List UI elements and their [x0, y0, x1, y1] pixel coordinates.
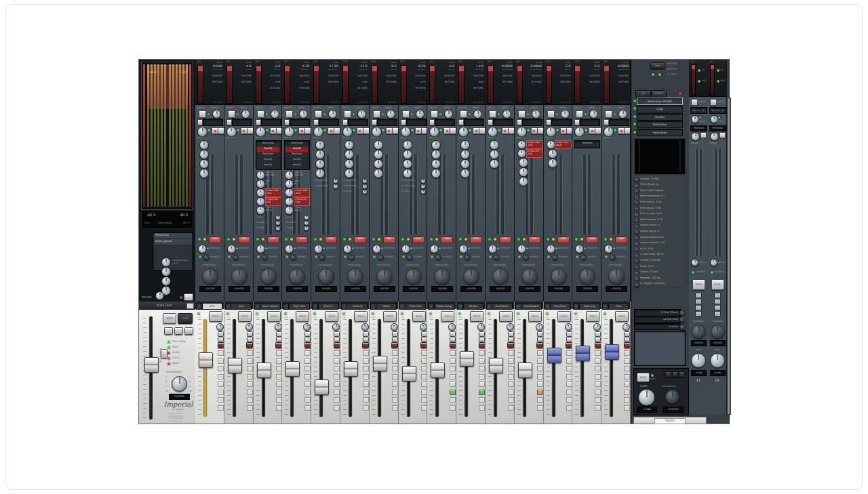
insert-knob[interactable]	[256, 127, 266, 137]
fx-bypass-button[interactable]	[701, 132, 707, 138]
insert-knob[interactable]	[429, 127, 439, 137]
send-destination[interactable]: RETURN	[561, 81, 571, 84]
name-display[interactable]	[435, 119, 455, 126]
send-destination[interactable]: MASTER	[589, 75, 599, 78]
master-param-knob[interactable]	[161, 276, 171, 286]
track-name[interactable]: Kick	[231, 303, 252, 310]
master-fader-cap[interactable]	[144, 357, 159, 373]
fx-open-button[interactable]	[508, 127, 515, 134]
solo-button[interactable]: SOLO	[711, 279, 724, 290]
input-knob[interactable]	[502, 110, 511, 119]
fader-cap[interactable]	[315, 379, 329, 395]
automation-mode-label[interactable]: WRITE	[172, 362, 179, 365]
arm-button[interactable]: ARM	[209, 236, 221, 243]
mini-button[interactable]	[276, 337, 282, 342]
master-solo-button[interactable]: SOLO	[163, 313, 176, 324]
indicator-square[interactable]	[392, 374, 398, 379]
input-knob[interactable]	[299, 110, 308, 119]
receive-item[interactable]: 3-Verge	[256, 226, 274, 229]
monitor-knob[interactable]	[314, 245, 323, 253]
channel-knob[interactable]	[344, 140, 354, 150]
indicator-square[interactable]	[479, 358, 485, 364]
arm-button[interactable]: ARM	[238, 236, 250, 243]
indicator-square[interactable]	[218, 382, 224, 387]
fx-open-button[interactable]	[276, 127, 283, 134]
route-button[interactable]	[460, 110, 467, 118]
fx-open-button[interactable]	[363, 127, 370, 134]
receive-knob[interactable]	[275, 215, 281, 220]
send-destination[interactable]: MASTER	[299, 75, 309, 78]
indicator-square[interactable]	[624, 382, 630, 387]
solo-button[interactable]: SOLO	[238, 311, 252, 322]
channel-knob[interactable]	[403, 140, 412, 150]
arm-button[interactable]: ARM	[296, 236, 308, 243]
indicator-square[interactable]	[479, 382, 485, 387]
indicator-square[interactable]	[276, 358, 282, 364]
pan-knob[interactable]	[347, 268, 363, 285]
indicator-square[interactable]	[624, 374, 630, 379]
arm-button[interactable]: ARM	[441, 236, 453, 243]
name-display[interactable]	[551, 119, 572, 126]
track-name[interactable]: Rack Tom	[289, 303, 310, 310]
pan-knob[interactable]	[434, 268, 450, 285]
fader-cap[interactable]	[605, 344, 619, 360]
fx-open-button[interactable]	[624, 127, 631, 134]
route-button[interactable]	[228, 110, 235, 118]
fx-open-button[interactable]	[595, 127, 601, 134]
indicator-square[interactable]	[595, 397, 601, 403]
indicator-square[interactable]	[392, 366, 398, 371]
arm-button[interactable]: ARM	[354, 236, 366, 243]
name-display[interactable]	[319, 119, 339, 126]
premode-bar[interactable]: PREMODE	[690, 125, 707, 131]
indicator-square[interactable]	[624, 397, 630, 403]
master-mute-button[interactable]: MUTE	[178, 313, 193, 324]
name-display[interactable]	[232, 119, 252, 126]
send-destination[interactable]: MASTER	[357, 75, 368, 78]
fader-cap[interactable]	[489, 358, 503, 373]
master-fx-list[interactable]: ReaCompAllen_grove	[153, 232, 193, 271]
arm-button[interactable]: ARM	[267, 236, 279, 243]
automation-mode-label[interactable]: LATCH	[172, 356, 179, 359]
mute-button[interactable]	[304, 342, 311, 348]
send-destination[interactable]: MASTER	[387, 75, 397, 78]
receive-knob[interactable]	[362, 184, 368, 189]
input-knob[interactable]	[444, 110, 453, 119]
send-destination[interactable]: RETURN	[328, 81, 338, 84]
indicator-square[interactable]	[595, 405, 601, 411]
channel-knob[interactable]	[403, 169, 412, 178]
indicator-square[interactable]	[392, 382, 398, 387]
send-destination[interactable]: RETURN	[618, 81, 629, 84]
indicator-square[interactable]	[566, 390, 572, 395]
pan-knob[interactable]	[665, 390, 679, 404]
send-destination[interactable]: RETURN	[532, 81, 542, 84]
track-name[interactable]: Clik	[202, 303, 223, 310]
input-knob[interactable]	[561, 110, 570, 119]
source-knob[interactable]	[494, 254, 500, 260]
monitor-knob[interactable]	[575, 245, 584, 253]
insert-knob[interactable]	[710, 132, 719, 141]
channel-fx-item[interactable]: ReaEQ	[257, 163, 279, 169]
channel-knob[interactable]	[548, 159, 557, 168]
insert-knob[interactable]	[488, 127, 498, 137]
monitor-knob[interactable]	[604, 245, 613, 253]
send-destination[interactable]: AUX	[304, 81, 310, 84]
send-destination[interactable]: MASTER	[618, 75, 629, 78]
indicator-square[interactable]	[566, 382, 572, 387]
send-destination[interactable]: MASTER	[502, 75, 513, 78]
indicator-square[interactable]	[508, 374, 514, 379]
gain-knob[interactable]	[691, 353, 706, 368]
track-name[interactable]: Echo	[608, 303, 629, 310]
pan-knob[interactable]	[332, 323, 340, 331]
mute-button[interactable]	[420, 342, 427, 348]
mute-button[interactable]	[334, 342, 340, 348]
source-knob[interactable]	[580, 254, 587, 260]
arm-button[interactable]: ARM	[383, 236, 395, 243]
indicator-square[interactable]	[363, 350, 369, 356]
mute-button[interactable]	[450, 342, 456, 348]
mini-button[interactable]	[595, 331, 601, 337]
indicator-square[interactable]	[392, 405, 398, 411]
send-knob[interactable]	[679, 316, 686, 323]
receive-item[interactable]: 2-Snare T	[285, 221, 302, 224]
fx-open-button[interactable]	[450, 127, 456, 134]
indicator-square[interactable]	[304, 350, 311, 356]
